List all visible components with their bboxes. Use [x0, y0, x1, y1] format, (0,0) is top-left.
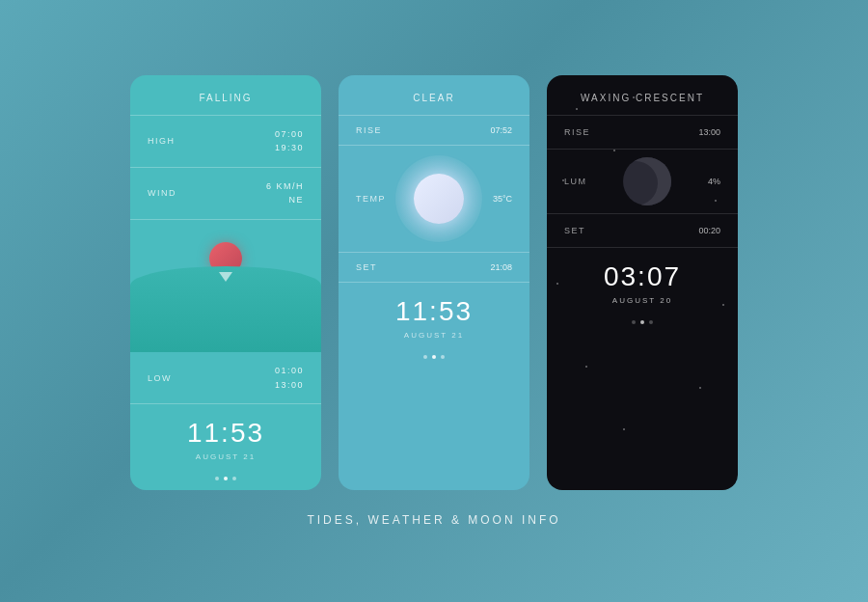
- star: [585, 366, 587, 368]
- tides-dot-1[interactable]: [215, 477, 219, 480]
- moon-lum-row: LUM 4%: [547, 150, 738, 214]
- weather-time-section: 11:53 AUGUST 21: [339, 283, 529, 355]
- weather-sun-glow: [395, 155, 482, 242]
- tides-arrow: [219, 272, 232, 282]
- tides-time-section: 11:53 AUGUST 21: [130, 404, 321, 477]
- tides-dot-3[interactable]: [232, 477, 236, 480]
- moon-lum-label: LUM: [564, 177, 587, 186]
- tides-low-row: LOW 01:0013:00: [130, 352, 321, 404]
- tides-high-row: HIGH 07:0019:30: [130, 116, 321, 168]
- tides-dots: [130, 477, 321, 490]
- tides-high-label: HIGH: [148, 136, 176, 146]
- weather-sun: [414, 174, 464, 224]
- tides-visual: [130, 220, 321, 353]
- tides-header: FALLING: [130, 75, 321, 116]
- weather-date: AUGUST 21: [348, 331, 520, 340]
- tides-dot-2[interactable]: [224, 477, 228, 480]
- moon-header: WAXING CRESCENT: [547, 75, 738, 116]
- weather-rise-label: RISE: [356, 125, 382, 135]
- weather-rise-value: 07:52: [490, 125, 512, 135]
- weather-time: 11:53: [348, 296, 520, 327]
- weather-dots: [339, 355, 529, 369]
- page-title: TIDES, WEATHER & MOON INFO: [307, 513, 560, 527]
- moon-date: AUGUST 20: [556, 296, 728, 305]
- moon-shape: [623, 157, 671, 205]
- weather-temp-value: 35°C: [493, 194, 512, 204]
- weather-set-label: SET: [356, 262, 377, 272]
- moon-rise-row: RISE 13:00: [547, 116, 738, 150]
- tides-time: 11:53: [140, 418, 312, 449]
- tides-low-values: 01:0013:00: [275, 364, 304, 392]
- tides-wind-label: WIND: [148, 188, 176, 198]
- weather-dot-1[interactable]: [423, 355, 427, 359]
- tides-wind-values: 6 KM/HNE: [266, 179, 304, 207]
- cards-container: FALLING HIGH 07:0019:30 WIND 6 KM/HNE LO…: [130, 75, 738, 490]
- tides-card: FALLING HIGH 07:0019:30 WIND 6 KM/HNE LO…: [130, 75, 321, 490]
- tides-date: AUGUST 21: [140, 452, 312, 461]
- moon-dot-2[interactable]: [640, 320, 644, 324]
- weather-set-row: SET 21:08: [339, 253, 529, 283]
- weather-temp-row: TEMP 35°C: [339, 146, 529, 253]
- moon-card: WAXING CRESCENT RISE 13:00 LUM 4% SET 00…: [547, 75, 738, 490]
- weather-header: CLEAR: [339, 75, 529, 116]
- moon-visual: [587, 157, 708, 205]
- weather-card: CLEAR RISE 07:52 TEMP 35°C SET 21:08 11:…: [339, 75, 529, 490]
- moon-dot-3[interactable]: [649, 320, 653, 324]
- weather-set-value: 21:08: [490, 262, 512, 272]
- weather-dot-2[interactable]: [432, 355, 436, 359]
- moon-dots: [547, 320, 738, 334]
- star: [699, 387, 701, 389]
- tides-high-values: 07:0019:30: [275, 127, 304, 155]
- moon-rise-label: RISE: [564, 127, 590, 137]
- weather-visual: [386, 155, 493, 242]
- weather-temp-label: TEMP: [356, 194, 386, 204]
- tides-wind-row: WIND 6 KM/HNE: [130, 168, 321, 220]
- moon-rise-value: 13:00: [698, 127, 720, 137]
- moon-set-value: 00:20: [698, 226, 720, 235]
- moon-time: 03:07: [556, 261, 728, 292]
- tides-low-label: LOW: [148, 373, 172, 383]
- weather-dot-3[interactable]: [441, 355, 445, 359]
- moon-lum-value: 4%: [708, 177, 720, 186]
- weather-rise-row: RISE 07:52: [339, 116, 529, 146]
- moon-dot-1[interactable]: [632, 320, 636, 324]
- moon-set-label: SET: [564, 226, 585, 235]
- star: [623, 428, 625, 430]
- moon-time-section: 03:07 AUGUST 20: [547, 248, 738, 320]
- moon-set-row: SET 00:20: [547, 214, 738, 248]
